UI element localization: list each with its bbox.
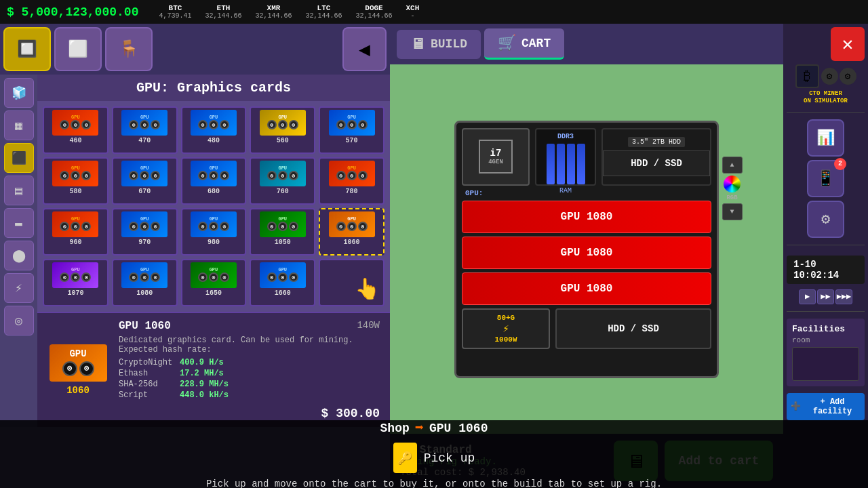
tab-gpu[interactable]: 🔲 [3,27,51,71]
crypto-eth: ETH 32,144.66 [205,4,241,20]
tab-floor[interactable]: ⬜ [54,27,102,71]
pickup-row: 🔑 Pick up [393,443,475,473]
gpu-1060-img: GPU ⊗⊗⊗ [329,211,375,237]
pc-hdd-top: 3.5" 2TB HDD HDD / SSD [601,128,711,186]
rgb-up-btn[interactable]: ▲ [722,157,743,174]
gpu-670-img: GPU ⊗⊗⊗ [121,161,167,186]
tab-cart[interactable]: 🛒 CART [484,28,564,60]
facilities-panel: Facilities room [787,319,865,386]
nav-icon-settings[interactable]: ⚙ [807,201,844,238]
gpu-card-460[interactable]: GPU ⊗⊗⊗ 460 [43,106,108,154]
breadcrumb-hint: Pick up and move onto the cart to buy it… [206,479,662,488]
gpu-card-580[interactable]: GPU ⊗⊗⊗ 580 [43,157,108,205]
gpu-tab-icon: 🔲 [17,39,37,59]
hashrate-cryptonight: CryptoNight 400.9 H/s [119,358,380,367]
tab-back[interactable]: ◀ [342,27,387,71]
pc-psu: 80+G ⚡ 1000W [462,308,550,349]
pc-case: i7 4GEN DDR3 RAM [454,121,719,378]
gpu-card-1660[interactable]: GPU ⊗⊗⊗ 1660 [250,259,315,306]
build-cart-tab-bar: 🖥 BUILD 🛒 CART [390,24,783,64]
gpu-card-1050[interactable]: GPU ⊗⊗⊗ 1050 [250,208,315,256]
right-side-panel: ✕ ₿ ⚙ ⚙ CTO MINERON SIMULATOR 📊 📱 2 ⚙ 1-… [783,24,868,488]
side-icon-circuit[interactable]: ▤ [4,176,34,205]
ddr3-label: DDR3 [557,133,574,140]
plus-icon: ➕ [791,401,801,411]
notification-badge: 2 [834,158,846,170]
gpu-card-1080[interactable]: GPU ⊗⊗⊗ 1080 [112,259,178,306]
add-facility-button[interactable]: ➕ + Add facility [787,393,865,420]
ram-slots [547,144,585,184]
money-display: $ 5,000,123,000.00 [7,5,138,19]
gpu-card-560[interactable]: GPU ⊗⊗⊗ 560 [250,106,315,154]
gpu-1650-img: GPU ⊗⊗⊗ [191,262,237,288]
gpu-card-480[interactable]: GPU ⊗⊗⊗ 480 [181,106,247,154]
crypto-btc: BTC 4,739.41 [159,4,191,20]
gpu-1660-img: GPU ⊗⊗⊗ [260,262,306,288]
side-icon-fan[interactable]: ◎ [4,306,34,336]
gpu-480-img: GPU ⊗⊗⊗ [191,110,237,136]
gpu-card-470[interactable]: GPU ⊗⊗⊗ 470 [112,106,178,154]
pickup-icon: 🔑 [393,443,417,473]
pc-rgb-panel[interactable]: ▲ RGB ▼ [720,157,744,220]
side-icon-cube[interactable]: 🧊 [4,78,34,108]
gpu-slot-1: GPU 1080 [462,201,711,233]
super-fast-btn[interactable]: ▶▶▶ [835,289,852,304]
cpu-chip: i7 4GEN [479,140,513,174]
side-icon-chip[interactable]: ⬛ [4,143,34,173]
gpu-info: GPU 1060 140W Dedicated graphics card. C… [119,320,380,420]
crypto-doge: DOGE 32,144.66 [356,4,393,20]
rgb-wheel [724,176,741,192]
gpu-card-670[interactable]: GPU ⊗⊗⊗ 670 [112,157,178,205]
gpu-card-1060[interactable]: GPU ⊗⊗⊗ 1060 [319,208,384,256]
gpu-card-570[interactable]: GPU ⊗⊗⊗ 570 [319,106,384,154]
gpu-580-img: GPU ⊗⊗⊗ [52,161,98,186]
gpu-card-960[interactable]: GPU ⊗⊗⊗ 960 [43,208,108,256]
rgb-down-btn[interactable]: ▼ [722,203,743,220]
gpu-760-img: GPU ⊗⊗⊗ [260,161,306,186]
tab-bar: 🔲 ⬜ 🪑 ◀ [0,24,390,75]
gpu-card-680[interactable]: GPU ⊗⊗⊗ 680 [181,157,247,205]
side-icon-grid[interactable]: ▦ [4,110,34,140]
side-icon-cylinder[interactable]: ⬤ [4,241,34,270]
gpu-780-img: GPU ⊗⊗⊗ [329,161,375,186]
tab-chair[interactable]: 🪑 [105,27,153,71]
gpu-460-img: GPU ⊗⊗⊗ [52,110,98,136]
pc-hdd-bottom: HDD / SSD [555,308,711,349]
pc-top-row: i7 4GEN DDR3 RAM [462,128,711,186]
gpu-card-1070[interactable]: GPU ⊗⊗⊗ 1070 [43,259,108,306]
left-panel: 🔲 ⬜ 🪑 ◀ 🧊 ▦ ⬛ ▤ ▬ ⬤ ⚡ [0,24,390,488]
gpu-watt-label: 140W [357,320,380,331]
crypto-xmr: XMR 32,144.66 [255,4,292,20]
cart-tab-label: CART [521,37,551,50]
gpu-960-img: GPU ⊗⊗⊗ [52,211,98,237]
side-icon-bolt[interactable]: ⚡ [4,273,34,303]
build-tab-label: BUILD [431,37,467,51]
gpu-460-label: 460 [69,137,81,144]
gpu-card-1650[interactable]: GPU ⊗⊗⊗ 1650 [181,259,247,306]
gpu-preview-label: 1060 [66,385,90,396]
timer-text: 1-10 10:02:14 [793,259,839,281]
hashrate-script: Script 448.0 kH/s [119,390,380,400]
hashrate-sha256d: SHA-256d 228.9 MH/s [119,380,380,389]
gpu-card-780[interactable]: GPU ⊗⊗⊗ 780 [319,157,384,205]
gpu-detail-panel: GPU ⊗ ⊗ 1060 GPU 1060 140W [37,312,390,427]
logo-b-icon: ₿ [795,64,819,88]
gpu-preview-image: GPU ⊗ ⊗ [50,344,107,382]
gpu-card-970[interactable]: GPU ⊗⊗⊗ 970 [112,208,178,256]
gpu-card-980[interactable]: GPU ⊗⊗⊗ 980 [181,208,247,256]
tab-build[interactable]: 🖥 BUILD [397,30,481,59]
rgb-label: RGB [726,195,737,201]
pc-psu-row: 80+G ⚡ 1000W HDD / SSD [462,308,711,349]
nav-icon-chart[interactable]: 📊 [807,119,844,157]
game-logo-area: ₿ ⚙ ⚙ CTO MINERON SIMULATOR [787,64,865,105]
breadcrumb-bar: Shop ➡ GPU 1060 🔑 Pick up Pick up and mo… [0,420,868,488]
breadcrumb-arrow: ➡ [415,419,424,437]
gpu-1050-img: GPU ⊗⊗⊗ [260,211,306,237]
gpu-card-760[interactable]: GPU ⊗⊗⊗ 760 [250,157,315,205]
side-icon-bars[interactable]: ▬ [4,208,34,238]
back-icon: ◀ [359,38,370,61]
close-button[interactable]: ✕ [831,27,865,61]
play-btn[interactable]: ▶ [799,289,816,304]
nav-icon-phone[interactable]: 📱 2 [807,160,844,197]
fast-forward-btn[interactable]: ▶▶ [817,289,834,304]
